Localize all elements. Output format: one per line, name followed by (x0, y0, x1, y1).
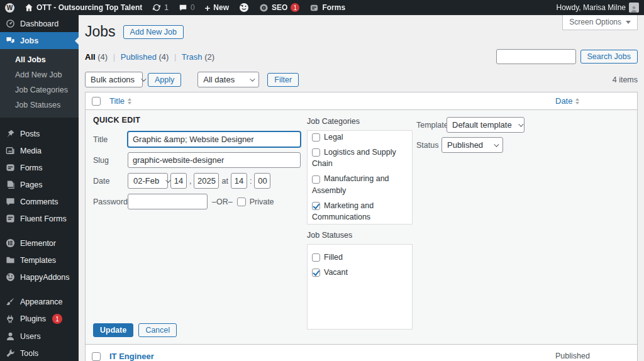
add-new-job-button[interactable]: Add New Job (123, 25, 184, 39)
sidebar-item-comments[interactable]: Comments (0, 193, 79, 210)
sidebar-label: Comments (20, 197, 58, 206)
status-label: Vacant (324, 268, 348, 277)
updates-link[interactable]: 1 (147, 0, 174, 15)
sidebar-label: Pages (20, 181, 42, 189)
plus-icon: + (205, 3, 211, 13)
status-label: Filled (324, 253, 343, 262)
template-select[interactable]: Default template (447, 117, 525, 133)
category-option[interactable]: Marketing and Communications (312, 198, 412, 225)
category-checkbox[interactable] (312, 202, 320, 210)
happyaddons-icon (6, 272, 15, 282)
admin-sidebar: Dashboard Jobs All Jobs Add New Job Job … (0, 15, 79, 361)
bulk-actions-select[interactable]: Bulk actions (85, 72, 143, 87)
view-trash-link[interactable]: Trash (182, 52, 203, 62)
sidebar-item-pages[interactable]: Pages (0, 176, 79, 193)
seo-menu[interactable]: SEO 1 (254, 0, 304, 15)
month-select[interactable]: 02-Feb (128, 173, 168, 189)
sidebar-item-fluent-forms[interactable]: Fluent Forms (0, 210, 79, 227)
forms-menu[interactable]: Forms (304, 0, 350, 15)
sidebar-label: Dashboard (20, 19, 58, 28)
job-statuses-label: Job Statuses (307, 231, 413, 240)
job-statuses-list[interactable]: Filled Vacant (307, 244, 413, 330)
view-published-link[interactable]: Published (121, 52, 157, 62)
sidebar-item-plugins[interactable]: Plugins 1 (0, 310, 79, 328)
template-label: Template (416, 121, 445, 130)
wordpress-menu[interactable]: W (0, 0, 19, 15)
chevron-down-icon (250, 76, 255, 81)
sidebar-item-media[interactable]: Media (0, 142, 79, 159)
updates-icon (152, 3, 161, 12)
category-checkbox[interactable] (312, 133, 320, 142)
submenu-job-categories[interactable]: Job Categories (0, 82, 79, 97)
date-filter-value: All dates (203, 75, 235, 84)
sidebar-label: Media (20, 147, 42, 155)
category-checkbox[interactable] (312, 175, 320, 184)
sidebar-item-dashboard[interactable]: Dashboard (0, 15, 79, 32)
search-jobs-button[interactable]: Search Jobs (580, 50, 638, 64)
folder-icon (6, 255, 15, 265)
password-input[interactable] (128, 194, 208, 209)
status-option[interactable]: Filled (312, 250, 412, 265)
sidebar-item-jobs[interactable]: Jobs (0, 32, 79, 49)
happyaddons-menu[interactable] (234, 0, 254, 15)
title-column-sort[interactable]: Title (109, 96, 131, 106)
category-option[interactable]: Manufacturing and Assembly (312, 171, 412, 197)
table-row: IT Engineer Published 2014/10/28 at 11:3… (86, 345, 637, 361)
sidebar-item-forms[interactable]: Forms (0, 159, 79, 176)
search-input[interactable] (496, 49, 576, 64)
site-name-link[interactable]: OTT - Outsourcing Top Talent (19, 0, 147, 15)
job-categories-list[interactable]: Legal Logistics and Supply Chain Manufac… (307, 130, 413, 225)
sidebar-item-tools[interactable]: Tools (0, 345, 79, 361)
minute-input[interactable] (254, 173, 270, 189)
divider: | (113, 52, 115, 62)
category-option[interactable]: Logistics and Supply Chain (312, 145, 412, 171)
my-account-link[interactable]: Howdy, Marisa Milne (552, 3, 644, 13)
chevron-down-icon (141, 76, 146, 81)
row-checkbox[interactable] (92, 352, 101, 361)
date-column-sort[interactable]: Date (555, 96, 579, 106)
sidebar-item-appearance[interactable]: Appearance (0, 293, 79, 310)
view-all-link[interactable]: All (85, 52, 96, 62)
screen-options-tab[interactable]: Screen Options (562, 15, 638, 30)
table-header: Title Date (86, 92, 637, 109)
day-input[interactable] (170, 173, 187, 189)
cancel-button[interactable]: Cancel (138, 323, 177, 337)
category-checkbox[interactable] (312, 148, 320, 157)
password-field-label: Password (93, 197, 128, 206)
screen-options-label: Screen Options (569, 18, 621, 26)
date-field-label: Date (93, 177, 128, 186)
submenu-all-jobs[interactable]: All Jobs (0, 52, 79, 67)
submenu-job-statuses[interactable]: Job Statuses (0, 97, 79, 113)
pushpin-icon (6, 129, 15, 138)
view-filters: All (4) | Published (4) | Trash (2) (85, 52, 214, 62)
comments-link[interactable]: 0 (174, 0, 200, 15)
slug-input[interactable] (128, 152, 301, 168)
status-field-label: Status (416, 141, 441, 150)
sidebar-item-elementor[interactable]: Elementor (0, 235, 79, 252)
title-input[interactable] (128, 131, 301, 147)
filter-button[interactable]: Filter (267, 73, 299, 87)
hour-input[interactable] (231, 173, 247, 189)
status-checkbox[interactable] (312, 269, 320, 277)
post-title-link[interactable]: IT Engineer (109, 352, 154, 361)
title-column-label: Title (109, 96, 125, 106)
private-checkbox[interactable] (237, 197, 246, 206)
apply-button[interactable]: Apply (148, 73, 181, 87)
sidebar-item-users[interactable]: Users (0, 328, 79, 345)
status-select[interactable]: Published (441, 137, 503, 153)
select-all-checkbox[interactable] (92, 97, 101, 106)
submenu-add-new-job[interactable]: Add New Job (0, 67, 79, 82)
sidebar-item-posts[interactable]: Posts (0, 125, 79, 142)
category-option[interactable]: Legal (312, 130, 412, 145)
date-filter-select[interactable]: All dates (197, 72, 259, 87)
status-checkbox[interactable] (312, 253, 320, 262)
private-label: Private (250, 197, 274, 206)
status-option[interactable]: Vacant (312, 265, 412, 280)
update-button[interactable]: Update (93, 323, 133, 337)
sidebar-item-happyaddons[interactable]: HappyAddons (0, 269, 79, 286)
date-colon: : (250, 177, 252, 186)
sidebar-label: Fluent Forms (20, 214, 67, 223)
year-input[interactable] (194, 173, 219, 189)
new-content-link[interactable]: + New (200, 0, 234, 15)
sidebar-item-templates[interactable]: Templates (0, 252, 79, 269)
